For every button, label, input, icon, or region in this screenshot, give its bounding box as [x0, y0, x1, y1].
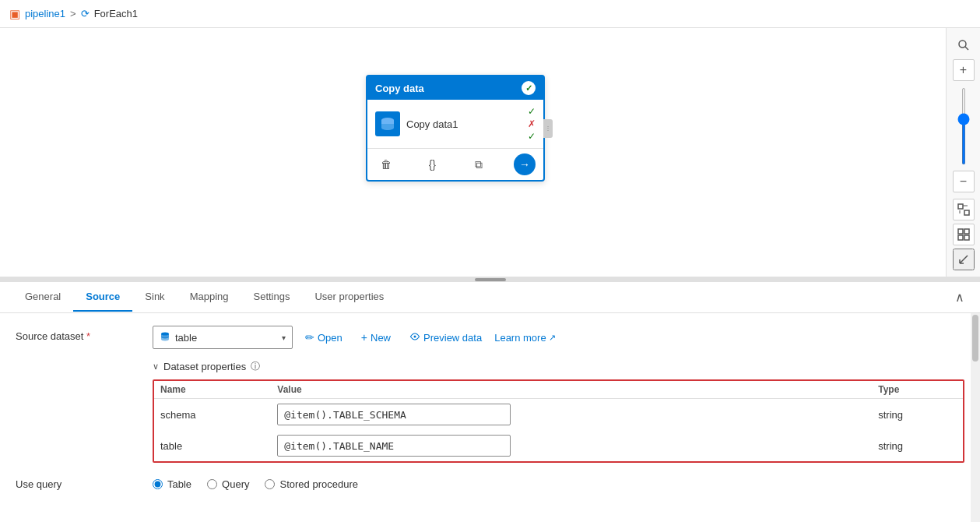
panel-collapse-btn[interactable]: ∧ — [952, 287, 968, 308]
card-status-icons: ✓ ✗ ✓ — [528, 106, 536, 142]
zoom-slider[interactable] — [962, 87, 965, 165]
learn-more-icon: ↗ — [549, 333, 556, 343]
card-arrow-btn[interactable]: → — [514, 153, 536, 175]
svg-line-2 — [965, 47, 968, 50]
table-row: table string — [154, 430, 963, 461]
col-name-header: Name — [154, 381, 271, 399]
card-drag-handle[interactable]: ⋮ — [543, 119, 553, 138]
breadcrumb-separator: > — [70, 8, 76, 19]
ds-toggle-icon[interactable]: ∨ — [153, 362, 159, 372]
tab-source[interactable]: Source — [73, 283, 132, 312]
source-dataset-label: Source dataset * — [16, 326, 140, 342]
radio-table[interactable]: Table — [153, 478, 191, 490]
scrollbar-thumb — [972, 315, 978, 362]
tabs-bar: General Source Sink Mapping Settings Use… — [0, 282, 980, 313]
dropdown-arrow-icon: ▾ — [282, 333, 286, 342]
card-check-icon: ✓ — [522, 81, 536, 95]
schema-type-cell: string — [872, 399, 963, 431]
source-dataset-row: Source dataset * table — [16, 326, 964, 349]
svg-rect-10 — [964, 235, 969, 240]
tab-sink[interactable]: Sink — [132, 283, 177, 312]
col-value-header: Value — [271, 381, 872, 399]
dataset-properties-table: Name Value Type schema stri — [154, 381, 963, 461]
col-type-header: Type — [872, 381, 963, 399]
preview-data-btn[interactable]: Preview data — [403, 328, 488, 347]
zoom-fit-btn[interactable] — [953, 199, 975, 220]
schema-value-cell — [271, 399, 872, 431]
tab-mapping[interactable]: Mapping — [177, 283, 241, 312]
zoom-out-btn[interactable]: − — [953, 171, 975, 192]
dropdown-db-icon — [160, 331, 170, 344]
zoom-in-btn[interactable]: + — [953, 59, 975, 81]
card-copy-btn[interactable]: ⧉ — [468, 153, 490, 175]
new-icon: + — [361, 331, 367, 344]
card-db-icon — [375, 111, 400, 136]
zoom-search-icon[interactable] — [953, 34, 975, 56]
svg-rect-3 — [958, 204, 963, 209]
panel-scroll-container: Source dataset * table — [0, 313, 980, 522]
card-name: Copy data1 — [406, 118, 458, 130]
copy-data-card[interactable]: Copy data ✓ Copy data1 ✓ ✗ ✓ 🗑 {} ⧉ → — [366, 75, 545, 182]
svg-rect-7 — [958, 229, 963, 234]
source-dataset-controls: table ▾ ✏ Open + New — [153, 326, 964, 349]
card-code-btn[interactable]: {} — [421, 153, 443, 175]
svg-rect-8 — [964, 229, 969, 234]
table-value-input[interactable] — [277, 435, 511, 457]
table-row: schema string — [154, 399, 963, 431]
card-header: Copy data ✓ — [367, 76, 543, 100]
dropdown-text: table — [175, 332, 277, 344]
bottom-panel: General Source Sink Mapping Settings Use… — [0, 282, 980, 522]
ds-props-label: Dataset properties — [163, 361, 246, 372]
radio-query[interactable]: Query — [207, 478, 249, 490]
zoom-controls: + − — [946, 28, 980, 277]
radio-table-input[interactable] — [153, 479, 163, 489]
zoom-grid-btn[interactable] — [953, 224, 975, 245]
preview-icon — [409, 331, 420, 344]
card-title: Copy data — [375, 83, 424, 94]
status-check-2: ✓ — [528, 131, 536, 142]
foreach-icon: ⟳ — [81, 8, 90, 19]
open-icon: ✏ — [305, 331, 314, 344]
status-check-1: ✓ — [528, 106, 536, 117]
new-btn[interactable]: + New — [355, 328, 397, 347]
use-query-label: Use query — [16, 474, 140, 490]
svg-rect-4 — [964, 210, 969, 215]
learn-more-link[interactable]: Learn more ↗ — [494, 332, 555, 344]
use-query-row: Use query Table Query Stored procedure — [16, 474, 964, 490]
schema-value-input[interactable] — [277, 404, 511, 425]
radio-stored-procedure[interactable]: Stored procedure — [265, 478, 357, 490]
foreach-label: ForEach1 — [94, 8, 138, 19]
table-type-cell: string — [872, 430, 963, 461]
svg-point-12 — [414, 335, 416, 337]
ds-info-icon[interactable]: ⓘ — [251, 360, 260, 373]
pipeline-link[interactable]: pipeline1 — [25, 8, 65, 19]
pipeline-icon: ▣ — [9, 7, 20, 21]
use-query-options: Table Query Stored procedure — [153, 478, 964, 490]
status-x: ✗ — [528, 118, 536, 129]
card-delete-btn[interactable]: 🗑 — [375, 153, 397, 175]
dataset-dropdown[interactable]: table ▾ — [153, 326, 293, 349]
tab-settings[interactable]: Settings — [241, 283, 303, 312]
table-name-cell: table — [154, 430, 271, 461]
canvas-collapse-btn[interactable] — [953, 249, 975, 270]
zoom-slider-container — [962, 84, 965, 168]
right-scrollbar[interactable] — [971, 313, 980, 522]
radio-query-input[interactable] — [207, 479, 217, 489]
open-btn[interactable]: ✏ Open — [299, 328, 349, 347]
tab-user-properties[interactable]: User properties — [302, 283, 396, 312]
required-star: * — [86, 330, 90, 342]
radio-sp-input[interactable] — [265, 479, 275, 489]
ds-table-wrapper: Name Value Type schema stri — [153, 379, 964, 463]
svg-rect-9 — [958, 235, 963, 240]
card-actions: 🗑 {} ⧉ → — [367, 148, 543, 180]
ds-props-header: ∨ Dataset properties ⓘ — [153, 360, 964, 373]
table-value-cell — [271, 430, 872, 461]
panel-content: Source dataset * table — [0, 313, 980, 513]
dataset-properties: ∨ Dataset properties ⓘ Name Value Type — [153, 360, 964, 463]
tab-general[interactable]: General — [12, 283, 73, 312]
tabs-list: General Source Sink Mapping Settings Use… — [12, 283, 396, 312]
breadcrumb: ▣ pipeline1 > ⟳ ForEach1 — [0, 0, 980, 28]
canvas-area: Copy data ✓ Copy data1 ✓ ✗ ✓ 🗑 {} ⧉ → — [0, 28, 980, 277]
svg-point-1 — [959, 41, 966, 48]
separator-handle — [475, 278, 506, 281]
